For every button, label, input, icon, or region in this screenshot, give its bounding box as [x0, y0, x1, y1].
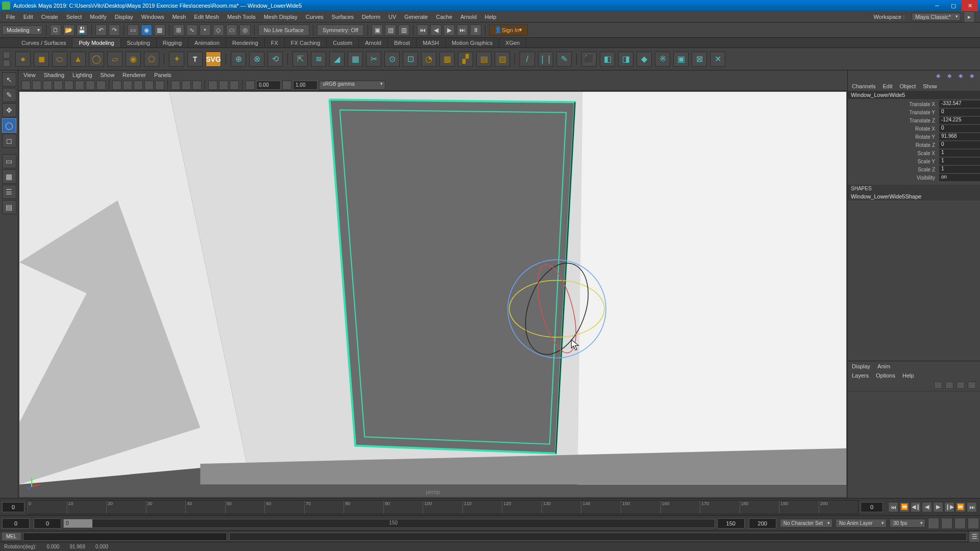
live-surface-dropdown[interactable]: No Live Surface: [258, 24, 309, 36]
poly-cube-icon[interactable]: ◼: [34, 52, 49, 67]
layer-options-menu[interactable]: Options: [876, 372, 895, 379]
lasso-tool-icon[interactable]: ✎: [2, 88, 16, 102]
panel-gamma-field[interactable]: [293, 81, 317, 90]
play-back-icon[interactable]: ◀: [922, 502, 932, 512]
shelf-tab-arnold[interactable]: Arnold: [359, 38, 388, 47]
autokey-icon[interactable]: [928, 518, 939, 529]
extract-icon[interactable]: ⟲: [267, 52, 283, 67]
undo-icon[interactable]: ↶: [95, 24, 107, 36]
time-start-field[interactable]: [2, 502, 24, 512]
separate-icon[interactable]: ⊗: [249, 52, 264, 67]
select-mode-component-icon[interactable]: ▦: [154, 24, 165, 36]
collapse-icon[interactable]: ⊠: [692, 52, 707, 67]
panel-shading[interactable]: Shading: [44, 72, 64, 78]
bool-intersect-icon[interactable]: ◨: [618, 52, 633, 67]
merge-icon[interactable]: ⊡: [403, 52, 418, 67]
go-start-icon[interactable]: ⏮: [888, 502, 898, 512]
layer-list[interactable]: [848, 391, 980, 498]
attr-value[interactable]: -124.225: [939, 117, 980, 124]
step-fwd-icon[interactable]: ❙▶: [944, 502, 954, 512]
rotate-tool-icon[interactable]: ◯: [2, 118, 16, 133]
layer-new-empty-icon[interactable]: [957, 382, 965, 389]
panel-gamma-icon[interactable]: [282, 81, 291, 90]
ipr-render-icon[interactable]: ▤: [385, 24, 396, 36]
panel-xray-joints-icon[interactable]: [192, 81, 202, 90]
step-back-icon[interactable]: ◀❙: [911, 502, 921, 512]
attr-value[interactable]: 0: [939, 141, 980, 148]
detach-icon[interactable]: ✎: [556, 52, 572, 67]
delete-edge-icon[interactable]: ✕: [710, 52, 725, 67]
panel-isolate-icon[interactable]: [171, 81, 180, 90]
menu-create[interactable]: Create: [37, 14, 62, 20]
render-frame-icon[interactable]: ▣: [372, 24, 383, 36]
workspace-dropdown[interactable]: Maya Classic*: [912, 13, 961, 21]
attr-value[interactable]: 1: [939, 166, 980, 173]
channelbox-toggle1-icon[interactable]: ◆: [936, 72, 943, 80]
playblast-pause-icon[interactable]: ⏸: [470, 24, 481, 36]
minimize-button[interactable]: ─: [929, 0, 945, 11]
bool-diff-icon[interactable]: ◧: [600, 52, 615, 67]
panel-aa-icon[interactable]: [230, 81, 239, 90]
menu-select[interactable]: Select: [62, 14, 86, 20]
attr-value[interactable]: 0: [939, 109, 980, 116]
menu-edit[interactable]: Edit: [19, 14, 37, 20]
menu-surfaces[interactable]: Surfaces: [328, 14, 358, 20]
shelf-tab-bifrost[interactable]: Bifrost: [388, 38, 416, 47]
smooth-icon[interactable]: ◔: [421, 52, 436, 67]
signin-button[interactable]: 👤 Sign In ▾: [489, 24, 528, 36]
move-tool-icon[interactable]: ✥: [2, 103, 16, 117]
fps-dropdown[interactable]: 30 fps: [890, 519, 925, 528]
layout-persp-icon[interactable]: ▤: [2, 200, 16, 214]
shelf-tab-fx[interactable]: FX: [265, 38, 285, 47]
snap-view-icon[interactable]: ◎: [239, 24, 251, 36]
panel-safe-icon[interactable]: [96, 81, 106, 90]
range-lock-icon[interactable]: [954, 518, 966, 529]
menu-uv[interactable]: UV: [384, 14, 400, 20]
playblast-rewind-icon[interactable]: ⏮: [417, 24, 428, 36]
poly-plane-icon[interactable]: ▱: [107, 52, 122, 67]
snap-plane-icon[interactable]: ◇: [213, 24, 224, 36]
poly-superellipse-icon[interactable]: ✦: [169, 52, 184, 67]
poly-disc-icon[interactable]: ◉: [126, 52, 141, 67]
cmd-lang-label[interactable]: MEL: [2, 533, 21, 540]
menu-arnold[interactable]: Arnold: [456, 14, 481, 20]
chbox-edit-tab[interactable]: Edit: [883, 83, 892, 89]
shelf-tab-fxcaching[interactable]: FX Caching: [285, 38, 327, 47]
connect-icon[interactable]: ❘❘: [538, 52, 553, 67]
layer-anim-tab[interactable]: Anim: [877, 363, 890, 369]
prefs-icon[interactable]: [941, 518, 952, 529]
shelf-tab-motiongraphics[interactable]: Motion Graphics: [446, 38, 499, 47]
panel-xray-icon[interactable]: [182, 81, 191, 90]
attr-value[interactable]: 1: [939, 158, 980, 165]
menuset-dropdown[interactable]: Modeling: [2, 26, 42, 35]
target-weld-icon[interactable]: ⊙: [384, 52, 400, 67]
channelbox-toggle3-icon[interactable]: ◆: [959, 72, 966, 80]
menu-cache[interactable]: Cache: [432, 14, 456, 20]
attr-value[interactable]: 0: [939, 125, 980, 132]
panel-gate-mask-icon[interactable]: [75, 81, 84, 90]
shelf-menu-icon[interactable]: [3, 60, 10, 67]
panel-exposure-icon[interactable]: [246, 81, 255, 90]
save-scene-icon[interactable]: 💾: [77, 24, 88, 36]
playblast-back-icon[interactable]: ◀: [430, 24, 442, 36]
subdiv-icon[interactable]: ▩: [439, 52, 455, 67]
range-track[interactable]: 0 150: [63, 519, 715, 528]
time-end-field[interactable]: [861, 502, 883, 512]
panel-smooth-icon[interactable]: [123, 81, 132, 90]
playblast-fwd-icon[interactable]: ▶: [444, 24, 455, 36]
bevel-icon[interactable]: ◢: [329, 52, 345, 67]
menu-help[interactable]: Help: [481, 14, 501, 20]
edge-flow-icon[interactable]: /: [520, 52, 535, 67]
menu-windows[interactable]: Windows: [137, 14, 168, 20]
shelf-tab-sculpting[interactable]: Sculpting: [121, 38, 157, 47]
menu-mesh[interactable]: Mesh: [168, 14, 190, 20]
layout-four-icon[interactable]: ▦: [2, 169, 16, 184]
panel-imgplane-icon[interactable]: [43, 81, 52, 90]
menu-file[interactable]: File: [2, 14, 19, 20]
menu-modify[interactable]: Modify: [86, 14, 110, 20]
anim-layer-dropdown[interactable]: No Anim Layer: [836, 519, 887, 528]
menu-edit-mesh[interactable]: Edit Mesh: [190, 14, 223, 20]
play-fwd-icon[interactable]: ▶: [933, 502, 943, 512]
panel-field-icon[interactable]: [86, 81, 95, 90]
poly-cylinder-icon[interactable]: ⬭: [52, 52, 67, 67]
